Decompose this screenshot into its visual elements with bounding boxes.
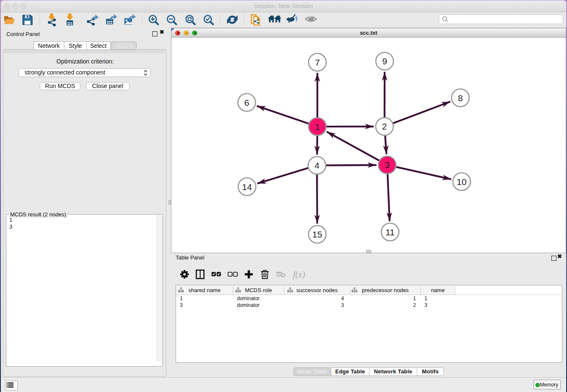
svg-text:3: 3 (385, 160, 390, 170)
svg-text:2: 2 (382, 121, 387, 131)
svg-text:10: 10 (457, 177, 466, 187)
svg-text:1: 1 (315, 122, 320, 132)
svg-text:7: 7 (315, 58, 320, 67)
svg-text:f(x): f(x) (293, 269, 305, 279)
svg-text:6: 6 (244, 98, 249, 108)
svg-text:14: 14 (242, 182, 252, 192)
svg-text:4: 4 (314, 160, 319, 170)
svg-text:11: 11 (385, 227, 395, 237)
svg-text:9: 9 (382, 56, 387, 66)
svg-text:8: 8 (458, 93, 463, 103)
svg-text:15: 15 (312, 229, 322, 239)
